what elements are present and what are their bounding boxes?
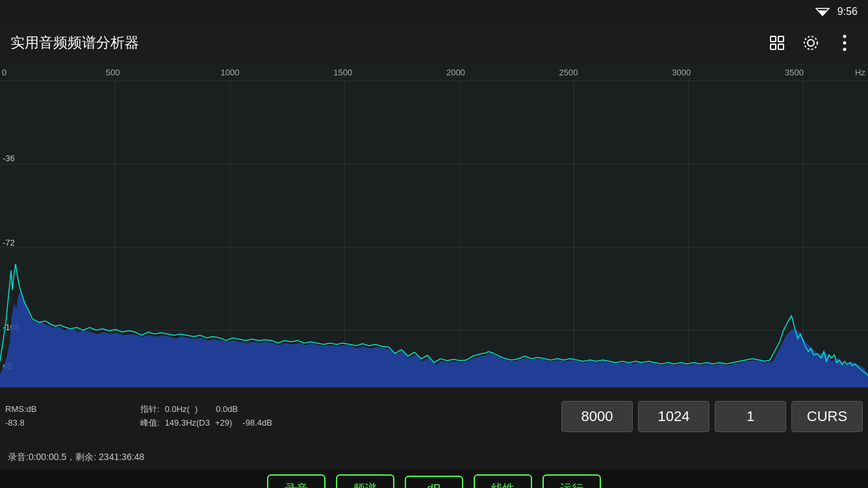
svg-point-7 <box>804 36 817 49</box>
svg-rect-4 <box>771 44 776 49</box>
freq-label-0: 0 <box>2 68 6 77</box>
needle-info: 指针: 0.0Hz( ) 0.0dB 峰值: 149.3Hz(D3 +29) -… <box>140 403 556 430</box>
curs-button[interactable]: CURS <box>791 401 863 432</box>
freq-label-3000: 3000 <box>672 68 691 77</box>
rms-info: RMS:dB -83.8 <box>5 403 135 430</box>
info-bar: RMS:dB -83.8 指针: 0.0Hz( ) 0.0dB 峰值: 149.… <box>0 387 868 446</box>
info-buttons: 8000 1024 1 CURS <box>561 401 863 432</box>
svg-point-10 <box>843 48 847 51</box>
needle-note: ) <box>195 403 198 417</box>
spectrum-button[interactable]: 频谱 <box>336 474 394 488</box>
wifi-icon <box>815 6 830 17</box>
fft-size-button[interactable]: 1024 <box>638 401 709 432</box>
channel-button[interactable]: 1 <box>715 401 786 432</box>
fullscreen-button[interactable] <box>764 30 790 56</box>
freq-label-1500: 1500 <box>333 68 352 77</box>
peak-hz: 149.3Hz(D3 <box>165 417 210 430</box>
needle-hz: 0.0Hz( <box>165 403 190 417</box>
rms-label: RMS:dB <box>5 403 36 417</box>
db-button[interactable]: dB <box>405 476 463 489</box>
rec-status: 录音:0:00:00.5，剩余: 2341:36:48 <box>8 452 144 463</box>
peak-label: 峰值: <box>140 417 160 430</box>
svg-rect-2 <box>771 36 776 42</box>
svg-rect-5 <box>778 44 784 49</box>
menu-button[interactable] <box>832 30 858 56</box>
screenshot-button[interactable] <box>798 30 824 56</box>
chart-area: 0 500 1000 1500 2000 2500 3000 3500 Hz -… <box>0 62 868 387</box>
record-button[interactable]: 录音 <box>267 474 326 488</box>
app-title: 实用音频频谱分析器 <box>10 33 756 53</box>
bottom-buttons: 录音 频谱 dB 线性 运行 <box>0 469 868 488</box>
svg-marker-0 <box>818 10 827 16</box>
status-time: 9:56 <box>837 6 858 18</box>
linear-button[interactable]: 线性 <box>474 474 532 488</box>
freq-label-2000: 2000 <box>446 68 465 77</box>
svg-point-8 <box>843 35 847 38</box>
peak-note: +29) <box>215 417 232 430</box>
peak-db: -98.4dB <box>242 417 272 430</box>
rms-value: -83.8 <box>5 418 25 428</box>
svg-point-6 <box>808 40 814 46</box>
needle-db: 0.0dB <box>216 403 238 417</box>
freq-label-2500: 2500 <box>559 68 578 77</box>
sample-rate-button[interactable]: 8000 <box>561 401 633 432</box>
rec-bar: 录音:0:00:00.5，剩余: 2341:36:48 <box>0 446 868 469</box>
freq-label-3500: 3500 <box>785 68 804 77</box>
spectrum-chart <box>0 62 868 387</box>
needle-label: 指针: <box>140 403 160 417</box>
svg-rect-3 <box>778 36 784 42</box>
freq-unit: Hz <box>855 68 865 77</box>
freq-label-500: 500 <box>106 68 120 77</box>
status-bar: 9:56 <box>0 0 868 23</box>
freq-label-1000: 1000 <box>221 68 240 77</box>
svg-point-9 <box>843 42 847 45</box>
title-bar: 实用音频频谱分析器 <box>0 23 868 62</box>
run-button[interactable]: 运行 <box>542 474 601 488</box>
